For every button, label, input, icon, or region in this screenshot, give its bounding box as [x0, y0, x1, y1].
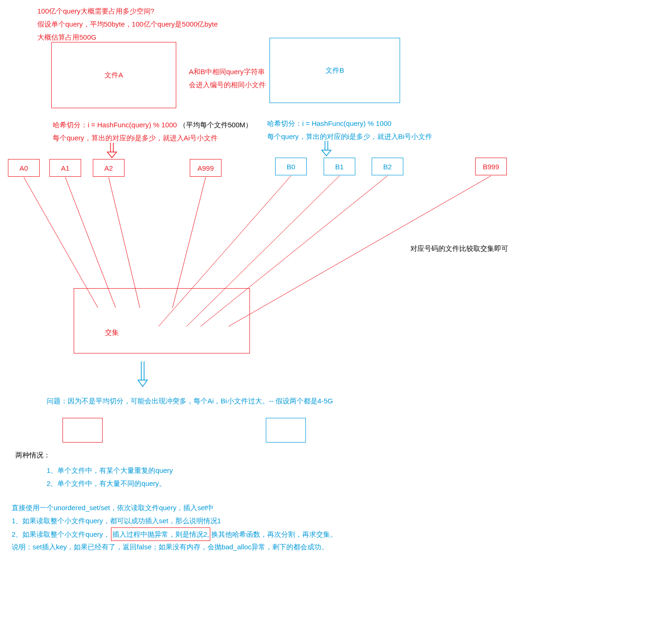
hash-a-formula: 哈希切分：i = HashFunc(query) % 1000 [53, 121, 177, 129]
file-a-box: 文件A [51, 42, 176, 108]
bucket-a1-label: A1 [61, 164, 69, 172]
file-b-label: 文件B [325, 66, 344, 75]
bucket-b1: B1 [324, 158, 355, 175]
file-a-label: 文件A [104, 71, 123, 80]
hash-b-line1: 哈希切分：i = HashFunc(query) % 1000 [267, 117, 391, 130]
bucket-b999-label: B999 [483, 163, 499, 171]
intersection-label: 交集 [105, 328, 119, 337]
solution-3-post: 换其他哈希函数，再次分割，再求交集。 [211, 528, 337, 540]
bucket-a2-label: A2 [104, 164, 113, 172]
arrow-intersection-down-icon [138, 361, 147, 387]
hash-a-line1: 哈希切分：i = HashFunc(query) % 1000 （平均每个文件5… [53, 118, 252, 131]
solution-2: 1、如果读取整个小文件query，都可以成功插入set，那么说明情况1 [12, 514, 221, 527]
cases-title: 两种情况： [15, 449, 50, 461]
file-b-box: 文件B [270, 38, 400, 103]
middle-note-2: 会进入编号的相同小文件 [189, 78, 266, 91]
hash-a-suffix: （平均每个文件500M） [179, 121, 253, 129]
middle-note-1: A和B中相同query字符串 [189, 65, 265, 78]
intersection-box: 交集 [74, 288, 250, 353]
case-1: 1、单个文件中，有某个大量重复的query [47, 464, 173, 477]
case-2: 2、单个文件中，有大量不同的query。 [47, 477, 166, 490]
bucket-b0-label: B0 [287, 163, 295, 171]
intro-line-2: 假设单个query，平均50byte，100亿个query是5000亿byte [37, 18, 218, 30]
bucket-b999: B999 [475, 158, 507, 175]
hash-b-line2: 每个query，算出的对应的i是多少，就进入Bi号小文件 [267, 130, 432, 143]
bucket-b0: B0 [275, 158, 307, 175]
arrow-down-a-icon [107, 143, 117, 158]
solution-1: 直接使用一个unordered_set/set，依次读取文件query，插入se… [12, 501, 214, 514]
solution-3: 2、如果读取整个小文件query， 插入过程中抛异常，则是情况2, 换其他哈希函… [12, 527, 337, 541]
small-box-red [62, 418, 103, 443]
solution-3-pre: 2、如果读取整个小文件query， [12, 528, 110, 540]
solution-4: 说明：set插入key，如果已经有了，返回false；如果没有内存，会抛bad_… [12, 540, 328, 553]
intro-line-1: 100亿个query大概需要占用多少空间? [37, 5, 154, 17]
bucket-b1-label: B1 [335, 163, 344, 171]
problem-text: 问题：因为不是平均切分，可能会出现冲突多，每个Ai，Bi小文件过大。-- 假设两… [47, 395, 333, 407]
bucket-a0: A0 [8, 159, 40, 177]
arrow-down-b-icon [322, 141, 331, 156]
small-box-blue [266, 418, 306, 443]
bucket-b2: B2 [372, 158, 403, 175]
solution-3-boxed: 插入过程中抛异常，则是情况2, [111, 527, 211, 541]
bucket-a999-label: A999 [197, 164, 214, 172]
bucket-a2: A2 [93, 159, 124, 177]
bucket-a1: A1 [49, 159, 81, 177]
bucket-b2-label: B2 [383, 163, 392, 171]
intro-line-3: 大概估算占用500G [37, 31, 97, 43]
intersect-note: 对应号码的文件比较取交集即可 [410, 242, 508, 255]
bucket-a999: A999 [190, 159, 221, 177]
hash-a-line2: 每个query，算出的对应的i是多少，就进入Ai号小文件 [53, 132, 218, 144]
bucket-a0-label: A0 [20, 164, 28, 172]
